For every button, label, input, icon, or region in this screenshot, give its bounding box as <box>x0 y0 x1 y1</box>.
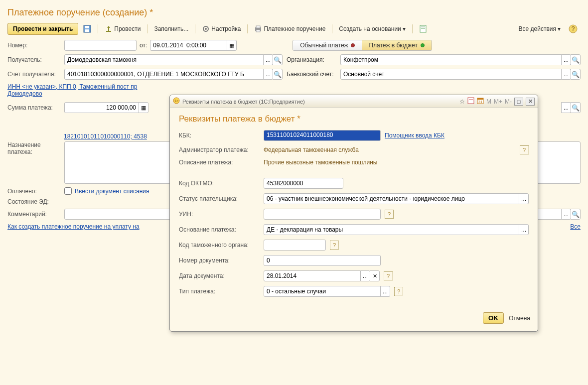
settings-button[interactable]: Настройка <box>199 24 244 34</box>
report-icon[interactable] <box>416 24 430 34</box>
kbk-prefill-link[interactable]: 18210101011010000110; 4538 <box>64 133 147 140</box>
search-icon[interactable]: 🔍 <box>571 69 581 80</box>
recipient-input[interactable] <box>64 54 264 65</box>
ellipsis-icon[interactable]: … <box>380 286 390 297</box>
paytype-label: Тип платежа: <box>179 288 260 295</box>
toolbar: Провести и закрыть Провести Заполнить...… <box>0 20 588 40</box>
paid-link[interactable]: Ввести документ списания <box>75 188 149 195</box>
docnum-label: Номер документа: <box>179 257 260 264</box>
modal-titlebar: 1c Реквизиты платежа в бюджет (1С:Предпр… <box>170 95 538 108</box>
modal-heading: Реквизиты платежа в бюджет * <box>179 114 529 124</box>
post-and-close-button[interactable]: Провести и закрыть <box>7 23 78 35</box>
uin-label: УИН: <box>179 211 260 218</box>
calc-small-icon[interactable] <box>467 97 474 106</box>
paytype-input[interactable] <box>264 286 381 297</box>
date-label: от: <box>140 42 147 49</box>
date-input[interactable] <box>150 40 227 51</box>
search-icon[interactable]: 🔍 <box>571 102 581 113</box>
star-icon[interactable]: ☆ <box>459 98 465 105</box>
app-icon: 1c <box>173 97 180 106</box>
search-icon[interactable]: 🔍 <box>273 54 283 65</box>
docnum-input[interactable] <box>264 255 381 266</box>
svg-rect-1 <box>85 29 89 32</box>
svg-rect-3 <box>106 31 111 32</box>
howto-link[interactable]: Как создать платежное поручение на уплат… <box>7 223 140 230</box>
basis-label: Основание платежа: <box>179 226 260 233</box>
help-icon[interactable]: ? <box>330 241 339 250</box>
kbk-label: КБК: <box>179 132 260 139</box>
search-icon[interactable]: 🔍 <box>571 54 581 65</box>
ok-button[interactable]: OK <box>483 312 504 324</box>
help-icon[interactable]: ? <box>520 145 529 154</box>
ellipsis-icon[interactable]: … <box>519 224 529 235</box>
organization-input[interactable] <box>340 54 562 65</box>
all-actions-button[interactable]: Все действия ▾ <box>516 24 564 33</box>
number-input[interactable] <box>64 40 137 51</box>
svg-text:1c: 1c <box>174 99 178 103</box>
toggle-budget-payment[interactable]: Платеж в бюджет <box>362 40 431 50</box>
search-icon[interactable]: 🔍 <box>273 69 283 80</box>
calc-icon[interactable]: ▦ <box>139 102 148 113</box>
help-icon[interactable]: ? <box>566 23 581 34</box>
recipient-label: Получатель: <box>7 56 61 63</box>
customs-input[interactable] <box>264 240 326 251</box>
save-icon[interactable] <box>80 24 94 34</box>
sum-input[interactable] <box>64 102 139 113</box>
modal-title: Реквизиты платежа в бюджет (1С:Предприят… <box>182 99 457 105</box>
svg-rect-7 <box>256 26 260 28</box>
organization-label: Организация: <box>287 56 337 63</box>
comment-label: Комментарий: <box>7 211 61 218</box>
number-label: Номер: <box>7 42 61 49</box>
svg-point-5 <box>205 28 207 30</box>
rec-acc-label: Счет получателя: <box>7 71 61 78</box>
bank-acc-input[interactable] <box>340 69 562 80</box>
close-icon[interactable]: ✕ <box>526 98 535 106</box>
ellipsis-icon[interactable]: … <box>360 270 370 281</box>
ellipsis-icon[interactable]: … <box>561 69 571 80</box>
maximize-icon[interactable]: □ <box>514 98 523 106</box>
paid-checkbox[interactable] <box>64 187 72 195</box>
oktmo-input[interactable] <box>264 178 343 189</box>
uin-input[interactable] <box>264 209 381 220</box>
desc-label: Описание платежа: <box>179 159 260 166</box>
ellipsis-icon[interactable]: … <box>263 54 273 65</box>
ellipsis-icon[interactable]: … <box>263 69 273 80</box>
post-button[interactable]: Провести <box>102 24 144 34</box>
help-icon[interactable]: ? <box>385 210 394 219</box>
clear-icon[interactable]: ✕ <box>370 270 380 281</box>
toggle-normal-payment[interactable]: Обычный платеж <box>293 40 362 50</box>
basis-input[interactable] <box>264 224 519 235</box>
ellipsis-icon[interactable]: … <box>519 193 529 204</box>
search-icon[interactable]: 🔍 <box>571 209 581 220</box>
print-button[interactable]: Платежное поручение <box>251 24 328 34</box>
admin-value: Федеральная таможенная служба <box>264 146 359 153</box>
fill-button[interactable]: Заполнить... <box>151 24 191 33</box>
svg-text:31: 31 <box>478 100 483 104</box>
svg-rect-2 <box>85 26 89 28</box>
help-icon[interactable]: ? <box>384 271 393 280</box>
payment-type-toggle: Обычный платеж Платеж в бюджет <box>293 40 432 51</box>
oktmo-label: Код ОКТМО: <box>179 180 260 187</box>
inn-link[interactable]: ИНН <не указан>, КПП 0, Таможенный пост … <box>7 83 137 90</box>
admin-label: Администратор платежа: <box>179 146 260 153</box>
calendar-small-icon[interactable]: 31 <box>477 97 484 106</box>
ellipsis-icon[interactable]: … <box>561 54 571 65</box>
rec-acc-input[interactable] <box>64 69 264 80</box>
svg-rect-9 <box>420 25 426 32</box>
domodedovo-link[interactable]: Домодедово <box>7 90 42 97</box>
svg-text:?: ? <box>572 25 575 32</box>
kbk-helper-link[interactable]: Помощник ввода КБК <box>385 132 444 139</box>
cancel-button[interactable]: Отмена <box>509 315 530 322</box>
status-input[interactable] <box>264 193 519 204</box>
help-icon[interactable]: ? <box>394 287 403 296</box>
kbk-input[interactable]: 15311001024011000180 <box>264 130 381 141</box>
page-title: Платежное поручение (создание) * <box>0 0 588 20</box>
ellipsis-icon[interactable]: … <box>561 209 571 220</box>
calendar-icon[interactable]: ▦ <box>227 40 237 51</box>
memory-mplus: M+ <box>494 98 502 105</box>
all-link[interactable]: Все <box>570 223 581 230</box>
create-on-basis-button[interactable]: Создать на основании ▾ <box>336 24 409 33</box>
ellipsis-icon[interactable]: … <box>561 102 571 113</box>
docdate-input[interactable] <box>264 270 361 281</box>
sum-label: Сумма платежа: <box>7 104 61 111</box>
